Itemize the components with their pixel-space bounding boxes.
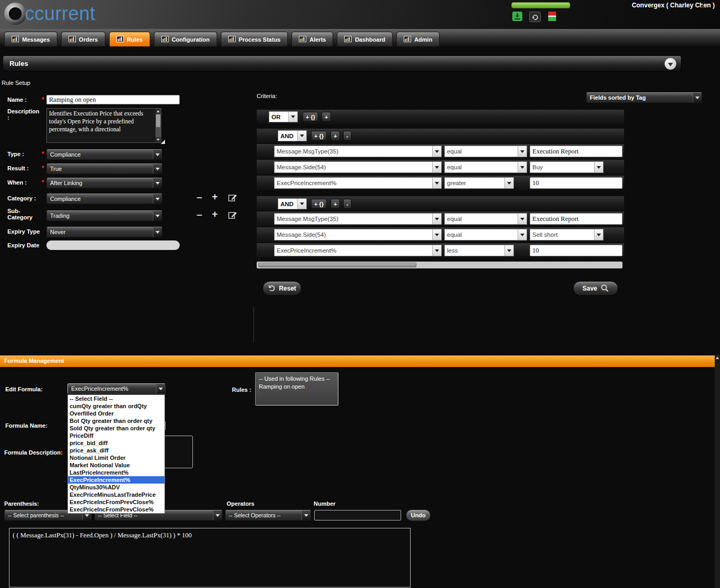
- criteria-operator-select[interactable]: equal: [444, 146, 527, 157]
- criteria-value-select[interactable]: Buy: [530, 161, 604, 173]
- formula-option[interactable]: LastPriceIncrement%: [68, 469, 164, 476]
- add-group-button[interactable]: + {}: [311, 131, 327, 141]
- criteria-operator-select[interactable]: equal: [444, 161, 527, 173]
- edit-subcategory-icon[interactable]: [228, 210, 237, 221]
- formula-option[interactable]: Overfilled Order: [68, 410, 164, 417]
- criteria-value-input[interactable]: [530, 177, 622, 189]
- criteria-field-select[interactable]: Message.MsgType(35): [274, 213, 442, 225]
- fields-sort-select[interactable]: Fields sorted by Tag: [586, 92, 702, 103]
- criteria-operator-value: equal: [445, 216, 518, 222]
- chevron-down-icon: [153, 150, 162, 159]
- criteria-field-select[interactable]: ExecPriceIncrement%: [274, 177, 442, 189]
- formula-option[interactable]: ExecPriceIncFromPrevClose%: [68, 498, 164, 506]
- required-marker: *: [42, 165, 44, 172]
- remove-group-button[interactable]: -: [343, 131, 352, 141]
- tab-alerts[interactable]: Alerts: [291, 32, 333, 46]
- tab-admin[interactable]: Admin: [396, 32, 440, 46]
- subcategory-select-value: Trading: [47, 213, 153, 219]
- divider: [254, 307, 254, 343]
- criteria-field-select[interactable]: ExecPriceIncrement%: [274, 245, 442, 256]
- criteria-value-select[interactable]: Sell short: [530, 229, 604, 240]
- formula-option[interactable]: PriceDiff: [68, 432, 164, 439]
- collapse-formula-icon[interactable]: [700, 4, 705, 8]
- formula-option[interactable]: Notional Limit Order: [68, 454, 164, 461]
- add-category-icon[interactable]: +: [212, 191, 218, 201]
- criteria-value-input[interactable]: [530, 146, 622, 157]
- root-operator-select[interactable]: OR: [269, 111, 298, 122]
- formula-option[interactable]: -- Select Field --: [68, 395, 164, 402]
- when-select[interactable]: After Linking: [46, 178, 162, 188]
- undo-button[interactable]: Undo: [406, 509, 431, 521]
- scroll-thumb[interactable]: [258, 263, 416, 267]
- tab-process-status[interactable]: Process Status: [221, 32, 288, 46]
- scroll-thumb[interactable]: [156, 114, 160, 127]
- group-operator-select[interactable]: AND: [278, 198, 307, 209]
- subcategory-select[interactable]: Trading: [46, 210, 162, 221]
- criteria-value-input[interactable]: [530, 213, 622, 225]
- add-condition-button[interactable]: +: [330, 131, 340, 141]
- scroll-up-icon[interactable]: [155, 109, 161, 114]
- formula-option-selected[interactable]: ExecPriceIncrement%: [68, 476, 164, 484]
- tab-rules[interactable]: Rules: [109, 32, 150, 46]
- add-condition-button[interactable]: +: [322, 112, 331, 122]
- criteria-operator-select[interactable]: equal: [444, 229, 527, 240]
- criteria-field-select[interactable]: Message.MsgType(35): [274, 146, 442, 157]
- formula-section-header: Formula Management: [0, 355, 715, 367]
- formula-option[interactable]: Market Notional Value: [68, 461, 164, 469]
- category-select-value: Compliance: [47, 196, 153, 202]
- criteria-operator-select[interactable]: greater: [444, 177, 514, 189]
- formula-option[interactable]: Bot Qty greater than order qty: [68, 417, 164, 425]
- remove-subcategory-icon[interactable]: –: [197, 209, 202, 219]
- remove-group-button[interactable]: -: [343, 199, 352, 209]
- horizontal-scrollbar[interactable]: [257, 262, 622, 268]
- chevron-down-icon: [432, 162, 441, 172]
- formula-option[interactable]: ExecPriceMinusLastTradePrice: [68, 491, 164, 498]
- resize-grip-icon[interactable]: [161, 140, 165, 144]
- result-select[interactable]: True: [46, 163, 162, 174]
- scrollbar[interactable]: [155, 109, 161, 142]
- parenthesis-label: Parenthesis:: [4, 500, 39, 507]
- expiry-type-select[interactable]: Never: [46, 227, 162, 237]
- formula-expression-box[interactable]: ( ( Message.LastPx(31) - Feed.Open ) / M…: [9, 528, 411, 587]
- formula-option[interactable]: price_bid_diff: [68, 439, 164, 447]
- remove-category-icon[interactable]: –: [197, 192, 202, 202]
- edit-formula-select[interactable]: ExecPriceIncrement%: [67, 383, 166, 394]
- right-scrollbar[interactable]: [715, 354, 720, 588]
- tab-configuration[interactable]: Configuration: [154, 32, 217, 46]
- refresh-icon[interactable]: [529, 12, 541, 24]
- reset-button[interactable]: Reset: [262, 281, 301, 296]
- criteria-field-select[interactable]: Message.Side(54): [274, 229, 442, 240]
- edit-category-icon[interactable]: [228, 193, 237, 204]
- add-subcategory-icon[interactable]: +: [212, 209, 218, 219]
- criteria-field-select[interactable]: Message.Side(54): [274, 161, 442, 173]
- description-textarea[interactable]: Identifies Execution Price that exceeds …: [46, 108, 161, 143]
- formula-option[interactable]: price_ask_diff: [68, 447, 164, 454]
- criteria-operator-select[interactable]: equal: [444, 213, 527, 225]
- type-select[interactable]: Compliance: [46, 149, 162, 160]
- formula-option[interactable]: ExecPriceIncFromPrevClose%: [68, 506, 164, 513]
- formula-option[interactable]: cumQty greater than ordQty: [68, 402, 164, 410]
- category-select[interactable]: Compliance: [46, 194, 162, 204]
- rules-used-item[interactable]: Ramping on open: [259, 383, 335, 391]
- formula-option[interactable]: QtyMinus30%ADV: [68, 484, 164, 491]
- add-group-button[interactable]: + {}: [303, 112, 318, 122]
- status-icon[interactable]: [548, 12, 556, 23]
- add-group-button[interactable]: + {}: [311, 199, 327, 209]
- add-condition-button[interactable]: +: [330, 199, 340, 209]
- number-input[interactable]: [314, 510, 401, 520]
- criteria-operator-select[interactable]: less: [444, 245, 514, 256]
- rule-name-input[interactable]: [46, 95, 180, 104]
- tab-messages[interactable]: Messages: [4, 32, 57, 46]
- download-icon[interactable]: [512, 12, 522, 23]
- description-label: Description :: [7, 108, 41, 121]
- tab-dashboard[interactable]: Dashboard: [337, 32, 392, 46]
- operators-select[interactable]: -- Select Operators --: [225, 510, 311, 520]
- group-operator-select[interactable]: AND: [278, 130, 307, 141]
- formula-option[interactable]: Sold Qty greater than order qty: [68, 425, 164, 432]
- criteria-value-input[interactable]: [530, 245, 622, 256]
- collapse-rules-button[interactable]: [665, 58, 676, 70]
- tab-orders[interactable]: Orders: [61, 32, 105, 46]
- save-button[interactable]: Save: [573, 281, 618, 296]
- scroll-down-icon[interactable]: [155, 137, 161, 142]
- expiry-date-input[interactable]: [46, 240, 180, 250]
